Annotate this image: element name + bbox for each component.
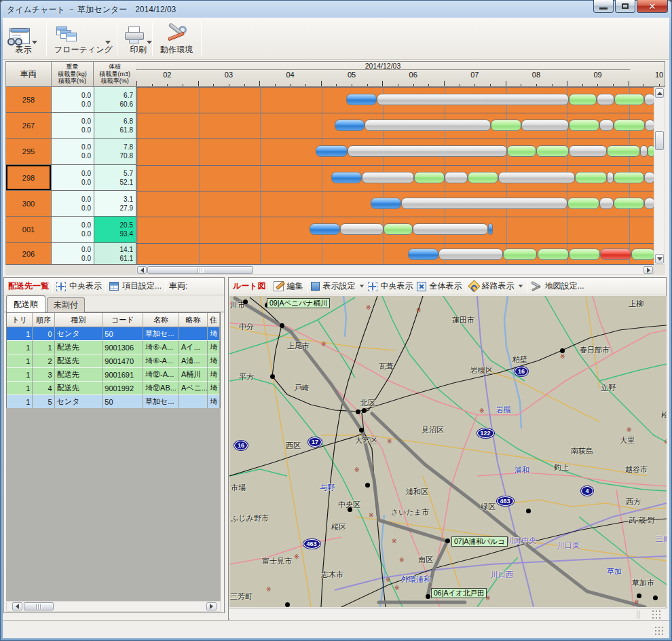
delivery-item-settings-button[interactable]: 項目設定... <box>122 280 162 292</box>
close-button[interactable]: ✕ <box>637 0 668 13</box>
gantt-bar-blue[interactable] <box>346 94 377 105</box>
gantt-bar-blue[interactable] <box>408 249 438 260</box>
vehicle-row[interactable]: 2980.00.05.752.1 <box>6 165 136 191</box>
scroll-left-button[interactable] <box>137 266 147 274</box>
gantt-bar-green[interactable] <box>507 145 536 157</box>
gantt-bar-green[interactable] <box>491 120 521 131</box>
window-resize-grip[interactable] <box>654 626 664 636</box>
gantt-bar-gray[interactable] <box>597 94 614 105</box>
gantt-bar-gray[interactable] <box>445 172 468 183</box>
gantt-bar-blue[interactable] <box>316 145 348 157</box>
gantt-vscroll-thumb[interactable] <box>655 131 664 150</box>
gantt-bar-green[interactable] <box>614 94 644 105</box>
vehicle-number-cell[interactable]: 001 <box>6 217 52 243</box>
gantt-bar-green[interactable] <box>384 223 413 235</box>
gantt-bar-blue[interactable] <box>371 198 401 209</box>
display-dropdown-arrow[interactable] <box>32 41 37 44</box>
gantt-bar-green[interactable] <box>607 145 640 157</box>
gantt-bar-blue[interactable] <box>488 223 493 235</box>
map-settings-button[interactable]: 地図設定... <box>545 280 584 292</box>
gantt-bar-blue[interactable] <box>331 172 362 183</box>
gantt-hscroll-thumb[interactable] <box>147 266 253 274</box>
gantt-bar-green[interactable] <box>569 94 597 105</box>
gantt-bar-green[interactable] <box>538 249 569 260</box>
print-button[interactable]: 印刷 <box>120 20 156 57</box>
gantt-bar-gray[interactable] <box>644 198 654 209</box>
gantt-bar-gray[interactable] <box>645 120 654 131</box>
gantt-bar-gray[interactable] <box>644 94 654 105</box>
vehicle-number-cell[interactable]: 300 <box>6 191 52 217</box>
gantt-bar-green[interactable] <box>503 249 537 260</box>
gantt-bar-green[interactable] <box>575 172 607 183</box>
gantt-bar-gray[interactable] <box>377 94 569 105</box>
gantt-bar-gray[interactable] <box>569 145 607 157</box>
tab-unassigned[interactable]: 未割付 <box>47 297 85 312</box>
gantt-bar-gray[interactable] <box>607 172 614 183</box>
volume-column-header[interactable]: 体積 積載量(m3) 積載率(%) <box>94 62 136 86</box>
minimize-button[interactable] <box>593 0 614 13</box>
gantt-bar-blue[interactable] <box>310 223 340 235</box>
vehicle-row[interactable]: 2580.00.06.760.6 <box>6 87 136 113</box>
gantt-bar-green[interactable] <box>614 120 645 131</box>
vehicle-row[interactable]: 0010.00.020.593.4 <box>6 217 136 243</box>
display-settings-dropdown-arrow[interactable] <box>359 285 363 288</box>
vehicle-number-cell[interactable]: 298 <box>6 165 52 191</box>
gantt-bar-blue[interactable] <box>335 120 365 131</box>
vehicle-number-cell[interactable]: 258 <box>6 87 52 113</box>
vehicle-number-cell[interactable]: 267 <box>6 113 52 139</box>
delivery-point-callout[interactable]: 07|A浦和パルコ <box>451 536 508 547</box>
column-header[interactable]: トリ <box>7 313 33 327</box>
route-display-dropdown-arrow[interactable] <box>518 285 522 288</box>
column-header[interactable]: 住 <box>208 313 220 327</box>
column-header[interactable]: 名称 <box>143 313 179 327</box>
weight-column-header[interactable]: 重量 積載量(kg) 積載率(%) <box>52 62 94 86</box>
map-full-view-button[interactable]: 全体表示 <box>430 280 462 292</box>
vehicle-row[interactable]: 2060.00.014.161.1 <box>6 243 136 265</box>
gantt-bar-green[interactable] <box>569 120 599 131</box>
scroll-up-button[interactable] <box>655 88 664 98</box>
map-route-display-button[interactable]: 経路表示 <box>482 280 515 292</box>
vehicle-row[interactable]: 3000.00.03.127.9 <box>6 191 136 217</box>
column-header[interactable]: コード <box>102 313 143 327</box>
gantt-plot[interactable] <box>136 87 654 265</box>
delivery-row[interactable]: 15センタ50草加セ...埼 <box>7 395 220 409</box>
delivery-horizontal-scrollbar[interactable] <box>6 601 221 612</box>
map-resize-grip[interactable] <box>652 610 661 619</box>
gantt-bar-gray[interactable] <box>498 172 575 183</box>
timechart-time-header[interactable]: 2014/12/03 020304050607080910 <box>136 61 665 87</box>
gantt-bar-gray[interactable] <box>644 172 654 183</box>
delivery-row[interactable]: 13配送先9001691埼⑫-A...A桶川埼 <box>7 368 220 382</box>
gantt-bar-gray[interactable] <box>340 223 384 235</box>
gantt-bar-green[interactable] <box>536 145 569 157</box>
gantt-bar-gray[interactable] <box>362 172 414 183</box>
delivery-point-callout[interactable]: 06|Aイオ北戸田 <box>431 588 487 598</box>
map-display-settings-button[interactable]: 表示設定 <box>323 280 356 292</box>
vehicle-number-cell[interactable]: 295 <box>6 139 52 165</box>
vehicle-column-header[interactable]: 車両 <box>6 62 52 86</box>
title-bar[interactable]: タイムチャート － 草加センター 2014/12/03 ✕ <box>0 0 672 18</box>
vehicle-row[interactable]: 2670.00.06.861.8 <box>6 113 136 139</box>
gantt-vertical-scrollbar[interactable] <box>654 87 665 265</box>
tab-delivery-order[interactable]: 配送順 <box>6 295 45 312</box>
scroll-right-button[interactable] <box>643 266 653 274</box>
gantt-bar-gray[interactable] <box>521 120 569 131</box>
gantt-bar-green[interactable] <box>648 145 654 157</box>
delivery-row[interactable]: 14配送先9001992埼⑫AB...Aベニ...埼 <box>7 382 220 395</box>
display-button[interactable]: 表示 <box>5 20 41 57</box>
gantt-bar-gray[interactable] <box>348 145 507 157</box>
gantt-bar-gray[interactable] <box>599 198 614 209</box>
gantt-bar-gray[interactable] <box>401 198 567 209</box>
delivery-center-display-button[interactable]: 中央表示 <box>69 280 102 292</box>
maximize-button[interactable] <box>615 0 635 13</box>
scroll-down-button[interactable] <box>655 254 664 263</box>
delivery-row[interactable]: 10センタ50草加セ...埼 <box>7 327 220 341</box>
gantt-horizontal-scrollbar[interactable] <box>136 265 654 275</box>
column-header[interactable]: 順序 <box>33 313 54 327</box>
map-center-display-button[interactable]: 中央表示 <box>381 280 413 292</box>
vehicle-number-cell[interactable]: 206 <box>6 243 52 265</box>
route-map[interactable]: 川市中分上尾市平方戸崎瓦葺北区蓮田市粕壁春日部市岩槻区立野上柳見沼区大里南荻島西… <box>229 296 667 607</box>
floating-button[interactable]: フローティング <box>50 20 117 57</box>
gantt-bar-gray[interactable] <box>365 120 491 131</box>
delivery-row[interactable]: 11配送先9001306埼⑥-A...Aイ...埼 <box>7 341 220 354</box>
map-scroll-grip[interactable] <box>637 610 641 619</box>
